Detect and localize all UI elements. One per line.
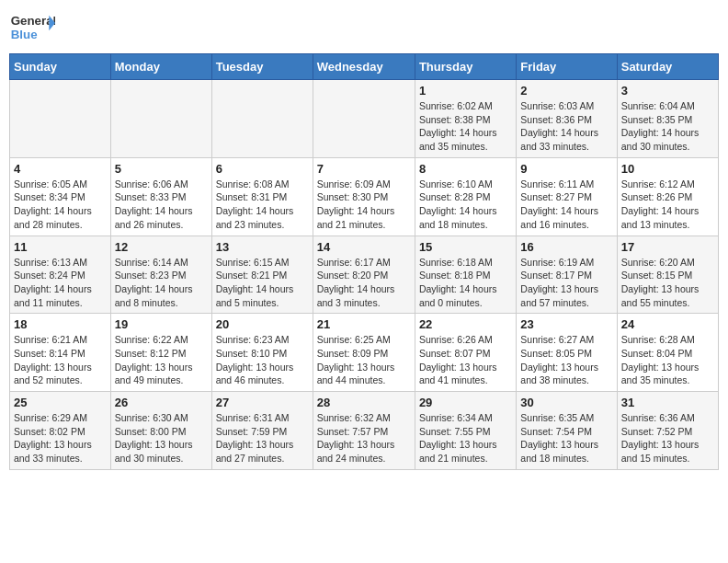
day-cell: 10Sunrise: 6:12 AM Sunset: 8:26 PM Dayli… (617, 157, 718, 236)
day-cell: 12Sunrise: 6:14 AM Sunset: 8:23 PM Dayli… (110, 236, 211, 314)
day-number: 19 (115, 317, 208, 331)
day-cell: 20Sunrise: 6:23 AM Sunset: 8:10 PM Dayli… (211, 314, 313, 392)
day-info: Sunrise: 6:13 AM Sunset: 8:24 PM Dayligh… (14, 256, 107, 310)
day-info: Sunrise: 6:19 AM Sunset: 8:17 PM Dayligh… (520, 256, 612, 310)
day-number: 23 (520, 317, 612, 331)
day-info: Sunrise: 6:15 AM Sunset: 8:21 PM Dayligh… (216, 256, 309, 310)
day-info: Sunrise: 6:30 AM Sunset: 8:00 PM Dayligh… (115, 411, 208, 465)
day-info: Sunrise: 6:28 AM Sunset: 8:04 PM Dayligh… (621, 333, 714, 387)
day-cell: 2Sunrise: 6:03 AM Sunset: 8:36 PM Daylig… (517, 80, 617, 158)
logo: General Blue (9, 9, 55, 46)
day-info: Sunrise: 6:29 AM Sunset: 8:02 PM Dayligh… (14, 411, 107, 465)
day-info: Sunrise: 6:03 AM Sunset: 8:36 PM Dayligh… (520, 99, 612, 154)
day-number: 3 (621, 84, 714, 98)
day-number: 29 (419, 396, 512, 409)
day-info: Sunrise: 6:02 AM Sunset: 8:38 PM Dayligh… (419, 99, 512, 154)
header-tuesday: Tuesday (211, 54, 313, 80)
day-info: Sunrise: 6:08 AM Sunset: 8:31 PM Dayligh… (216, 178, 309, 232)
day-cell: 25Sunrise: 6:29 AM Sunset: 8:02 PM Dayli… (10, 392, 111, 470)
day-info: Sunrise: 6:21 AM Sunset: 8:14 PM Dayligh… (14, 333, 107, 387)
day-info: Sunrise: 6:06 AM Sunset: 8:33 PM Dayligh… (115, 178, 208, 232)
day-info: Sunrise: 6:35 AM Sunset: 7:54 PM Dayligh… (520, 411, 612, 465)
day-cell: 24Sunrise: 6:28 AM Sunset: 8:04 PM Dayli… (617, 314, 718, 392)
header-thursday: Thursday (415, 54, 516, 80)
day-cell: 13Sunrise: 6:15 AM Sunset: 8:21 PM Dayli… (211, 236, 313, 314)
day-number: 28 (317, 396, 411, 409)
day-cell: 22Sunrise: 6:26 AM Sunset: 8:07 PM Dayli… (415, 314, 516, 392)
day-number: 11 (14, 240, 107, 254)
day-cell (10, 80, 111, 158)
day-cell: 17Sunrise: 6:20 AM Sunset: 8:15 PM Dayli… (617, 236, 718, 314)
day-cell (313, 80, 415, 158)
day-number: 22 (419, 317, 512, 331)
day-number: 16 (520, 240, 612, 254)
day-info: Sunrise: 6:36 AM Sunset: 7:52 PM Dayligh… (621, 411, 714, 465)
day-number: 26 (115, 396, 208, 409)
day-info: Sunrise: 6:05 AM Sunset: 8:34 PM Dayligh… (14, 178, 107, 232)
day-cell: 6Sunrise: 6:08 AM Sunset: 8:31 PM Daylig… (211, 157, 313, 236)
day-info: Sunrise: 6:04 AM Sunset: 8:35 PM Dayligh… (621, 99, 714, 154)
day-info: Sunrise: 6:26 AM Sunset: 8:07 PM Dayligh… (419, 333, 512, 387)
day-number: 17 (621, 240, 714, 254)
day-info: Sunrise: 6:31 AM Sunset: 7:59 PM Dayligh… (216, 411, 309, 465)
day-info: Sunrise: 6:12 AM Sunset: 8:26 PM Dayligh… (621, 178, 714, 232)
day-info: Sunrise: 6:11 AM Sunset: 8:27 PM Dayligh… (520, 178, 612, 232)
day-cell: 16Sunrise: 6:19 AM Sunset: 8:17 PM Dayli… (517, 236, 617, 314)
day-info: Sunrise: 6:18 AM Sunset: 8:18 PM Dayligh… (419, 256, 512, 310)
day-cell: 3Sunrise: 6:04 AM Sunset: 8:35 PM Daylig… (617, 80, 718, 158)
week-row-1: 1Sunrise: 6:02 AM Sunset: 8:38 PM Daylig… (10, 80, 719, 158)
day-cell: 5Sunrise: 6:06 AM Sunset: 8:33 PM Daylig… (110, 157, 211, 236)
day-info: Sunrise: 6:10 AM Sunset: 8:28 PM Dayligh… (419, 178, 512, 232)
day-cell: 29Sunrise: 6:34 AM Sunset: 7:55 PM Dayli… (415, 392, 516, 470)
day-number: 30 (520, 396, 612, 409)
day-cell: 28Sunrise: 6:32 AM Sunset: 7:57 PM Dayli… (313, 392, 415, 470)
logo-icon: General Blue (9, 9, 55, 46)
day-number: 14 (317, 240, 411, 254)
day-number: 13 (216, 240, 309, 254)
day-number: 6 (216, 162, 309, 176)
day-cell: 7Sunrise: 6:09 AM Sunset: 8:30 PM Daylig… (313, 157, 415, 236)
day-number: 4 (14, 162, 107, 176)
day-number: 24 (621, 317, 714, 331)
day-cell: 26Sunrise: 6:30 AM Sunset: 8:00 PM Dayli… (110, 392, 211, 470)
day-number: 12 (115, 240, 208, 254)
day-number: 25 (14, 396, 107, 409)
day-number: 1 (419, 84, 512, 98)
day-info: Sunrise: 6:25 AM Sunset: 8:09 PM Dayligh… (317, 333, 411, 387)
header-sunday: Sunday (10, 54, 111, 80)
day-cell: 21Sunrise: 6:25 AM Sunset: 8:09 PM Dayli… (313, 314, 415, 392)
day-cell: 1Sunrise: 6:02 AM Sunset: 8:38 PM Daylig… (415, 80, 516, 158)
day-info: Sunrise: 6:34 AM Sunset: 7:55 PM Dayligh… (419, 411, 512, 465)
day-number: 21 (317, 317, 411, 331)
day-cell: 15Sunrise: 6:18 AM Sunset: 8:18 PM Dayli… (415, 236, 516, 314)
day-cell: 4Sunrise: 6:05 AM Sunset: 8:34 PM Daylig… (10, 157, 111, 236)
calendar-header-row: SundayMondayTuesdayWednesdayThursdayFrid… (10, 54, 719, 80)
header-wednesday: Wednesday (313, 54, 415, 80)
day-number: 18 (14, 317, 107, 331)
day-info: Sunrise: 6:20 AM Sunset: 8:15 PM Dayligh… (621, 256, 714, 310)
day-cell (211, 80, 313, 158)
day-info: Sunrise: 6:17 AM Sunset: 8:20 PM Dayligh… (317, 256, 411, 310)
day-cell: 19Sunrise: 6:22 AM Sunset: 8:12 PM Dayli… (110, 314, 211, 392)
week-row-5: 25Sunrise: 6:29 AM Sunset: 8:02 PM Dayli… (10, 392, 719, 470)
day-info: Sunrise: 6:32 AM Sunset: 7:57 PM Dayligh… (317, 411, 411, 465)
header-friday: Friday (517, 54, 617, 80)
calendar-table: SundayMondayTuesdayWednesdayThursdayFrid… (9, 53, 719, 470)
day-number: 15 (419, 240, 512, 254)
header-monday: Monday (110, 54, 211, 80)
day-number: 27 (216, 396, 309, 409)
day-number: 20 (216, 317, 309, 331)
day-info: Sunrise: 6:09 AM Sunset: 8:30 PM Dayligh… (317, 178, 411, 232)
day-info: Sunrise: 6:23 AM Sunset: 8:10 PM Dayligh… (216, 333, 309, 387)
day-cell: 18Sunrise: 6:21 AM Sunset: 8:14 PM Dayli… (10, 314, 111, 392)
day-cell: 14Sunrise: 6:17 AM Sunset: 8:20 PM Dayli… (313, 236, 415, 314)
day-cell: 9Sunrise: 6:11 AM Sunset: 8:27 PM Daylig… (517, 157, 617, 236)
day-cell (110, 80, 211, 158)
day-cell: 27Sunrise: 6:31 AM Sunset: 7:59 PM Dayli… (211, 392, 313, 470)
day-cell: 8Sunrise: 6:10 AM Sunset: 8:28 PM Daylig… (415, 157, 516, 236)
week-row-4: 18Sunrise: 6:21 AM Sunset: 8:14 PM Dayli… (10, 314, 719, 392)
day-number: 7 (317, 162, 411, 176)
week-row-3: 11Sunrise: 6:13 AM Sunset: 8:24 PM Dayli… (10, 236, 719, 314)
day-info: Sunrise: 6:27 AM Sunset: 8:05 PM Dayligh… (520, 333, 612, 387)
day-number: 5 (115, 162, 208, 176)
